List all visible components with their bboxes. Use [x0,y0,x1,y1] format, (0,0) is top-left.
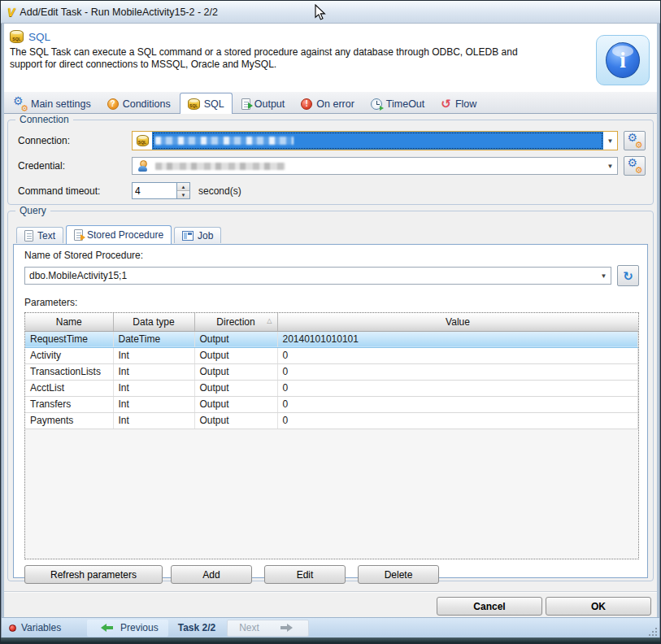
tab-conditions[interactable]: ? Conditions [100,94,178,113]
chevron-down-icon[interactable]: ▼ [603,158,617,174]
table-row[interactable]: ActivityIntOutput0 [25,347,638,363]
question-icon: ? [107,98,119,110]
table-row[interactable]: TransfersIntOutput0 [25,396,638,412]
status-bar: Variables Previous Task 2/2 Next [2,617,659,637]
table-cell[interactable]: 0 [277,412,638,429]
tab-label: Main settings [31,98,91,110]
table-cell[interactable]: Activity [25,347,113,363]
table-row[interactable]: PaymentsIntOutput0 [25,412,638,429]
table-cell[interactable]: Int [113,412,194,429]
sql-database-icon [10,30,24,43]
table-cell[interactable]: 0 [277,396,638,412]
query-group: Query Text Stored Procedure Job Name of … [7,211,654,581]
column-header-direction[interactable]: Direction△ [194,313,277,331]
tab-timeout[interactable]: TimeOut [363,94,432,113]
table-row[interactable]: AcctListIntOutput0 [25,380,638,396]
table-cell[interactable]: Payments [25,412,113,429]
stored-procedure-combobox[interactable]: dbo.MobileActivity15;1 ▼ [24,267,611,285]
parameters-table[interactable]: Name Data type Direction△ Value RequestT… [24,312,639,559]
table-cell[interactable]: 20140101010101 [277,331,638,347]
chevron-down-icon[interactable]: ▼ [597,268,611,284]
title-bar[interactable]: V Add/Edit Task - Run MobileActivity15-2… [1,1,660,24]
table-cell[interactable]: Output [194,347,277,363]
stored-procedure-label: Name of Stored Procedure: [24,250,639,261]
sql-database-icon [188,98,200,110]
tab-job[interactable]: Job [174,227,221,243]
tab-text[interactable]: Text [16,227,63,243]
command-timeout-input[interactable] [133,183,176,198]
tab-output[interactable]: Output [234,94,293,113]
previous-task-button[interactable]: Previous [87,620,168,637]
arrow-left-icon [97,624,113,632]
table-row[interactable]: TransactionListsIntOutput0 [25,363,638,380]
user-icon [137,160,149,172]
table-row[interactable]: RequestTimeDateTimeOutput20140101010101 [25,331,638,347]
delete-button[interactable]: Delete [358,565,439,584]
connection-value-redacted [155,137,294,145]
credential-settings-button[interactable]: ⚙⚙ [624,156,646,176]
table-cell[interactable]: Int [113,380,194,396]
table-cell[interactable]: 0 [277,347,638,363]
table-cell[interactable]: 0 [277,380,638,396]
table-cell[interactable]: Int [113,347,194,363]
ok-button[interactable]: OK [546,597,651,616]
table-cell[interactable]: 0 [277,363,638,380]
credential-combobox[interactable]: ▼ [132,157,618,175]
tab-label: SQL [204,98,224,110]
job-icon [182,231,194,241]
window-frame-left [1,24,4,643]
table-cell[interactable]: Output [194,363,277,380]
edit-button[interactable]: Edit [264,565,346,584]
main-tab-strip: ⚙⚙ Main settings ? Conditions SQL Output… [2,92,659,114]
column-header-name[interactable]: Name [25,313,113,331]
gear-icon: ⚙⚙ [628,159,641,172]
resize-grip[interactable] [647,626,658,637]
tab-flow[interactable]: ↺ Flow [433,94,484,113]
spinner-up-button[interactable]: ▲ [177,183,189,191]
tab-stored-procedure[interactable]: Stored Procedure [66,225,172,244]
tab-main-settings[interactable]: ⚙⚙ Main settings [7,94,98,113]
spinner-down-button[interactable]: ▼ [177,191,189,198]
column-header-value[interactable]: Value [277,313,638,331]
tab-label: Stored Procedure [87,229,163,241]
table-cell[interactable]: Int [113,396,194,412]
flow-arrow-icon: ↺ [441,98,451,110]
previous-label: Previous [120,622,159,633]
credential-row: Credential: ▼ ⚙⚙ [8,156,653,176]
info-button[interactable] [596,35,650,85]
table-cell[interactable]: RequestTime [25,331,113,347]
query-tab-strip: Text Stored Procedure Job [8,225,653,243]
chevron-down-icon[interactable]: ▼ [603,132,617,150]
text-document-icon [24,230,33,242]
parameter-buttons: Refresh parameters Add Edit Delete [24,565,639,584]
table-cell[interactable]: Output [194,396,277,412]
connection-combobox[interactable]: ▼ [132,131,618,150]
connection-group-title: Connection [15,114,73,125]
table-cell[interactable]: Int [113,363,194,380]
gear-icon: ⚙⚙ [14,98,27,111]
table-cell[interactable]: Transfers [25,396,113,412]
table-cell[interactable]: AcctList [25,380,113,396]
refresh-parameters-button[interactable]: Refresh parameters [24,565,163,584]
connection-settings-button[interactable]: ⚙⚙ [624,131,646,150]
table-header-row: Name Data type Direction△ Value [25,313,638,331]
tab-on-error[interactable]: ! On error [294,94,362,113]
table-cell[interactable]: Output [194,331,277,347]
tab-sql[interactable]: SQL [180,93,233,114]
next-task-button[interactable]: Next [227,620,309,637]
refresh-procedures-button[interactable]: ↻ [617,265,639,286]
variables-button[interactable]: Variables [2,622,87,633]
add-button[interactable]: Add [171,565,252,584]
parameters-label: Parameters: [24,297,639,308]
parameters-tbody: RequestTimeDateTimeOutput20140101010101A… [25,331,638,429]
tab-label: Text [37,230,55,242]
column-header-data-type[interactable]: Data type [113,313,194,331]
table-cell[interactable]: TransactionLists [25,363,113,380]
table-cell[interactable]: Output [194,380,277,396]
command-timeout-unit: second(s) [198,185,241,197]
table-cell[interactable]: DateTime [113,331,194,347]
command-timeout-spinner[interactable]: ▲ ▼ [132,182,190,199]
credential-label: Credential: [18,160,132,172]
cancel-button[interactable]: Cancel [437,597,542,616]
table-cell[interactable]: Output [194,412,277,429]
